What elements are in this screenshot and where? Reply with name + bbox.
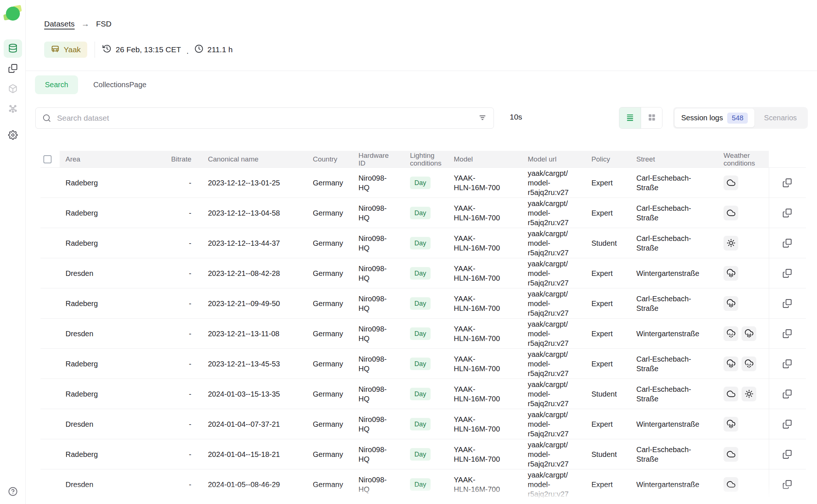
cell-country: Germany [307, 228, 353, 258]
breadcrumb-current: FSD [96, 19, 112, 28]
clip-duration-label: 10s [510, 113, 522, 121]
copy-session-button[interactable] [782, 389, 792, 399]
lighting-badge: Day [410, 207, 431, 219]
copy-session-button[interactable] [782, 359, 792, 369]
cell-actions [769, 319, 806, 349]
copy-session-button[interactable] [782, 269, 792, 278]
table-row[interactable]: Dresden-2024-01-05--08-46-29GermanyNiro0… [40, 469, 806, 500]
session-logs-label: Session logs [681, 114, 723, 122]
copy-session-button[interactable] [782, 238, 792, 248]
column-header-bitrate: Bitrate [153, 151, 202, 168]
cell-canonical_name: 2023-12-21--08-42-28 [202, 258, 307, 288]
copy-session-button[interactable] [782, 419, 792, 429]
column-header-weather: Weather conditions [718, 151, 769, 168]
sidebar-item-graph[interactable] [4, 100, 22, 118]
cell-bitrate: - [153, 258, 202, 288]
copy-icon [782, 299, 792, 308]
cell-hardware_id: Niro098- HQ [353, 258, 404, 288]
table-row[interactable]: Radeberg-2024-01-04--15-18-21GermanyNiro… [40, 439, 806, 469]
copy-session-button[interactable] [782, 329, 792, 338]
search-input[interactable] [56, 113, 473, 123]
segment-scenarios[interactable]: Scenarios [754, 109, 806, 127]
table-row[interactable]: Radeberg-2023-12-21--09-49-50GermanyNiro… [40, 288, 806, 319]
filter-button[interactable] [478, 113, 487, 123]
cell-actions [769, 198, 806, 228]
recorded-at-text: 26 Feb, 13:15 CET [116, 45, 181, 54]
cell-select [40, 228, 60, 258]
copy-session-button[interactable] [782, 450, 792, 459]
cell-area: Radeberg [60, 228, 153, 258]
sidebar-item-collections[interactable] [4, 60, 22, 78]
copy-session-button[interactable] [782, 299, 792, 308]
cell-policy: Student [586, 228, 630, 258]
sidebar-item-settings[interactable] [4, 126, 22, 145]
cell-country: Germany [307, 469, 353, 500]
cell-bitrate: - [153, 379, 202, 409]
cell-bitrate: - [153, 469, 202, 500]
weather-chips [724, 236, 763, 251]
copy-session-button[interactable] [782, 208, 792, 218]
tab-search[interactable]: Search [35, 75, 78, 94]
cell-area: Radeberg [60, 168, 153, 198]
table-row[interactable]: Radeberg-2024-01-03--15-13-35GermanyNiro… [40, 379, 806, 409]
select-all-checkbox[interactable] [43, 155, 52, 163]
list-view-button[interactable] [619, 107, 641, 128]
weather-chips [724, 417, 763, 432]
database-icon [8, 43, 18, 54]
copy-session-button[interactable] [782, 178, 792, 188]
sidebar-item-packages[interactable] [4, 80, 22, 98]
grid-view-button[interactable] [641, 107, 662, 128]
lighting-badge: Day [410, 388, 431, 400]
segment-session-logs[interactable]: Session logs 548 [675, 109, 754, 127]
cell-select [40, 379, 60, 409]
collections-icon [8, 64, 18, 74]
cell-street: Carl-Eschebach- Straße [630, 288, 718, 319]
table-row[interactable]: Radeberg-2023-12-12--13-44-37GermanyNiro… [40, 228, 806, 258]
table-row[interactable]: Dresden-2023-12-21--13-11-08GermanyNiro0… [40, 319, 806, 349]
table-row[interactable]: Dresden-2024-01-04--07-37-21GermanyNiro0… [40, 409, 806, 439]
table-row[interactable]: Dresden-2023-12-21--08-42-28GermanyNiro0… [40, 258, 806, 288]
cell-model: YAAK- HLN-16M-700 [448, 379, 522, 409]
cell-street: Wintergartenstraße [630, 319, 718, 349]
lighting-badge: Day [410, 327, 431, 340]
dot-separator: . [187, 47, 189, 56]
cell-lighting: Day [404, 469, 448, 500]
cell-weather [718, 439, 769, 469]
column-header-street: Street [630, 151, 718, 168]
cell-country: Germany [307, 168, 353, 198]
lighting-badge: Day [410, 237, 431, 249]
cell-country: Germany [307, 288, 353, 319]
cell-canonical_name: 2023-12-21--13-45-53 [202, 349, 307, 379]
cell-lighting: Day [404, 409, 448, 439]
yaak-logo[interactable] [4, 5, 21, 22]
package-icon [8, 84, 18, 95]
cell-hardware_id: Niro098- HQ [353, 409, 404, 439]
help-button[interactable] [4, 483, 22, 501]
cell-hardware_id: Niro098- HQ [353, 379, 404, 409]
cell-country: Germany [307, 198, 353, 228]
history-clock-icon [102, 44, 112, 55]
copy-session-button[interactable] [782, 480, 792, 489]
cell-street: Carl-Eschebach- Straße [630, 198, 718, 228]
cell-weather [718, 319, 769, 349]
table-row[interactable]: Radeberg-2023-12-21--13-45-53GermanyNiro… [40, 349, 806, 379]
table-row[interactable]: Radeberg-2023-12-12--13-01-25GermanyNiro… [40, 168, 806, 198]
cell-canonical_name: 2023-12-12--13-04-58 [202, 198, 307, 228]
weather-chips [724, 326, 763, 341]
table-row[interactable]: Radeberg-2023-12-12--13-04-58GermanyNiro… [40, 198, 806, 228]
cell-lighting: Day [404, 439, 448, 469]
cell-select [40, 349, 60, 379]
breadcrumb-datasets-link[interactable]: Datasets [44, 19, 75, 28]
cell-canonical_name: 2023-12-21--13-11-08 [202, 319, 307, 349]
cell-actions [769, 379, 806, 409]
vehicle-badge[interactable]: Yaak [44, 42, 87, 58]
tab-collections-page[interactable]: CollectionsPage [83, 75, 156, 94]
sidebar-item-datasets[interactable] [4, 39, 22, 58]
lighting-badge: Day [410, 418, 431, 430]
cell-hardware_id: Niro098- HQ [353, 198, 404, 228]
sidebar [0, 0, 26, 504]
weather-chips [724, 447, 763, 462]
vehicle-label: Yaak [64, 45, 81, 54]
cell-bitrate: - [153, 319, 202, 349]
cell-policy: Student [586, 439, 630, 469]
